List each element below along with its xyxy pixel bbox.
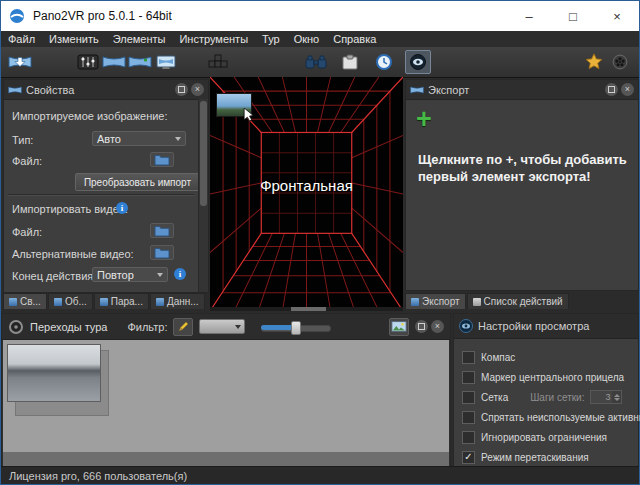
toolbar-cube-faces-button[interactable] (205, 50, 231, 74)
toolbar-viewer-parameters-button[interactable] (75, 50, 101, 74)
option-row-drag-mode[interactable]: ✓ Режим перетаскивания (462, 450, 589, 464)
close-panel-icon[interactable]: × (431, 320, 444, 333)
scrollbar-thumb[interactable] (291, 307, 326, 311)
edit-filter-button[interactable] (173, 318, 193, 336)
grid-steps-spinner[interactable]: 3 (590, 390, 622, 404)
ignore-limits-checkbox[interactable] (462, 431, 475, 444)
tour-panel-body: ? (3, 340, 449, 453)
type-label: Тип: (12, 134, 33, 146)
info-icon[interactable]: i (116, 202, 128, 214)
image-button[interactable] (389, 318, 409, 336)
equalizer-icon (76, 54, 100, 70)
toolbar-visibility-button[interactable] (405, 50, 431, 74)
tab-label: Экспорт (422, 296, 460, 307)
option-row-hide-hotspots[interactable]: Спрятать неиспользуемые активные зоны (462, 410, 640, 424)
tab-label: Св... (20, 296, 41, 307)
hide-hotspots-checkbox[interactable] (462, 411, 475, 424)
panorama-thumbnail[interactable] (216, 93, 252, 117)
tour-panel-header: Переходы тура Фильтр: (2, 314, 450, 340)
menu-elements[interactable]: Элементы (106, 33, 173, 45)
file-browse-button[interactable] (150, 152, 174, 167)
tab-icon (9, 298, 17, 306)
toolbar-import-button[interactable] (7, 50, 33, 74)
transition-slider[interactable] (261, 321, 331, 333)
film-reel-icon (609, 53, 631, 71)
menu-tools[interactable]: Инструменты (172, 33, 255, 45)
option-row-center-marker[interactable]: Маркер центрального прицела (462, 370, 624, 384)
tab-export[interactable]: Экспорт (405, 293, 466, 309)
menubar: Файл Изменить Элементы Инструменты Тур О… (1, 31, 639, 48)
list-icon (473, 298, 481, 306)
properties-panel-header: Свойства × (4, 80, 208, 100)
info-icon[interactable]: i (174, 268, 186, 280)
tab-parameters[interactable]: Пара... (94, 293, 149, 309)
float-panel-icon[interactable] (605, 83, 618, 96)
menu-tour[interactable]: Тур (255, 33, 287, 45)
tour-panel-strip[interactable] (3, 452, 449, 467)
type-dropdown-value: Авто (97, 133, 121, 145)
close-panel-icon[interactable]: × (191, 83, 204, 96)
spinner-arrows[interactable] (612, 391, 621, 403)
panorama-preview[interactable]: Фронтальная (210, 77, 403, 311)
center-marker-checkbox[interactable] (462, 371, 475, 384)
grid-checkbox[interactable] (462, 391, 475, 404)
menu-file[interactable]: Файл (1, 33, 42, 45)
option-row-ignore-limits[interactable]: Игнорировать ограничения (462, 430, 607, 444)
toolbar-clipboard-button[interactable] (337, 50, 363, 74)
toolbar-find-button[interactable] (303, 50, 329, 74)
scrollbar-thumb[interactable] (200, 101, 207, 206)
panorama-photo-thumbnail[interactable] (7, 344, 101, 402)
minimize-button[interactable]: – (507, 1, 551, 31)
app-window: Pano2VR pro 5.0.1 - 64bit – □ × Файл Изм… (0, 0, 640, 485)
toolbar (1, 47, 639, 78)
statusbar: Лицензия pro, 666 пользователь(я) (1, 466, 639, 484)
toolbar-time-button[interactable] (371, 50, 397, 74)
alt-video-browse-button[interactable] (150, 245, 174, 260)
close-button[interactable]: × (595, 1, 639, 31)
view-settings-panel: Настройки просмотра Компас Маркер центра… (453, 313, 639, 469)
toolbar-display-button[interactable] (153, 50, 179, 74)
option-row-compass[interactable]: Компас (462, 350, 515, 364)
tab-about[interactable]: Об... (48, 293, 93, 309)
view-settings-header: Настройки просмотра (454, 314, 638, 339)
grid-steps-value: 3 (591, 391, 612, 403)
menu-edit[interactable]: Изменить (42, 33, 106, 45)
tab-action-list[interactable]: Список действий (467, 293, 569, 309)
menu-help[interactable]: Справка (326, 33, 383, 45)
import-panorama-icon (8, 54, 32, 70)
drag-mode-checkbox[interactable]: ✓ (462, 451, 475, 464)
toolbar-upgrade-button[interactable] (581, 50, 607, 74)
convert-input-button[interactable]: Преобразовать импорт (75, 173, 200, 191)
tab-icon (411, 298, 419, 306)
close-panel-icon[interactable]: × (621, 83, 634, 96)
add-export-button[interactable]: + (416, 106, 432, 133)
image-icon (391, 320, 407, 333)
video-file-browse-button[interactable] (150, 223, 174, 238)
properties-scrollbar[interactable] (198, 99, 208, 292)
slider-thumb[interactable] (291, 321, 301, 335)
float-panel-icon[interactable] (415, 320, 428, 333)
toolbar-media-button[interactable] (607, 50, 633, 74)
float-panel-icon[interactable] (175, 83, 188, 96)
end-action-dropdown[interactable]: Повтор (92, 267, 168, 282)
imported-image-label: Импортируемое изображение: (12, 110, 168, 122)
option-row-grid[interactable]: Сетка Шаги сетки: 3 (462, 390, 622, 404)
spinner-down-icon[interactable] (614, 398, 620, 401)
properties-panel-title: Свойства (26, 84, 74, 96)
drag-mode-label: Режим перетаскивания (481, 452, 589, 463)
tab-label: Список действий (484, 296, 563, 307)
filter-dropdown[interactable] (199, 319, 245, 334)
compass-checkbox[interactable] (462, 351, 475, 364)
clipboard-icon (338, 54, 362, 70)
maximize-button[interactable]: □ (551, 1, 595, 31)
end-action-dropdown-value: Повтор (97, 269, 134, 281)
toolbar-panorama-button[interactable] (101, 50, 127, 74)
toolbar-new-output-button[interactable] (127, 50, 153, 74)
type-dropdown[interactable]: Авто (92, 131, 186, 146)
menu-window[interactable]: Окно (287, 33, 327, 45)
spinner-up-icon[interactable] (614, 394, 620, 397)
tab-label: Пара... (111, 296, 143, 307)
preview-horizontal-scrollbar[interactable] (210, 307, 403, 311)
tab-data[interactable]: Данн... (150, 293, 205, 309)
tab-properties[interactable]: Св... (3, 293, 47, 309)
